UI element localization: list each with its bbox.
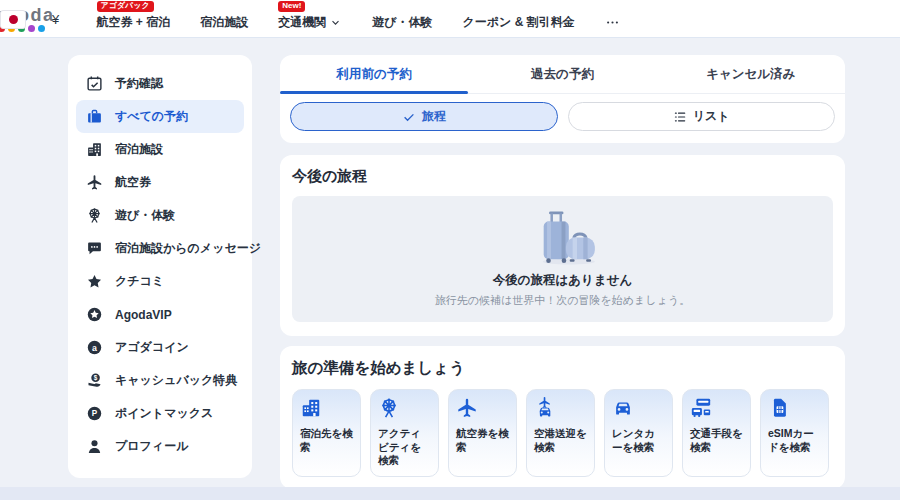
prepare-card-transfer[interactable]: 空港送迎を検索	[526, 389, 595, 477]
plane-icon	[456, 397, 478, 419]
sidebar-item-pointmax[interactable]: Pポイントマックス	[76, 397, 244, 430]
svg-text:$: $	[94, 374, 98, 382]
bookings-tab-card: 利用前の予約過去の予約キャンセル済み 旅程リスト	[280, 55, 845, 143]
coin-a-icon: a	[86, 339, 103, 356]
sidebar-item-label: ポイントマックス	[115, 405, 213, 422]
sidebar-item-profile[interactable]: プロフィール	[76, 430, 244, 463]
view-toggle-list[interactable]: リスト	[568, 102, 836, 131]
transfer-icon	[534, 397, 556, 419]
sidebar-item-hotel[interactable]: 宿泊施設	[76, 133, 244, 166]
prepare-card-transit[interactable]: 交通手段を検索	[682, 389, 751, 477]
top-header: agoda アゴダパック航空券 + 宿泊宿泊施設New!交通機関遊び・体験クーポ…	[0, 0, 900, 38]
sidebar-item-label: 航空券	[115, 174, 151, 191]
nav-item-flight-hotel[interactable]: アゴダパック航空券 + 宿泊	[97, 14, 171, 31]
prepare-card-label: 航空券を検索	[456, 427, 509, 454]
sidebar-item-briefcase[interactable]: すべての予約	[76, 100, 244, 133]
prepare-card-esim[interactable]: eSIMカードを検索	[760, 389, 829, 477]
ferris-wheel-icon	[86, 207, 103, 224]
cashback-icon: $	[86, 372, 103, 389]
sidebar-item-label: 予約確認	[115, 75, 163, 92]
svg-text:a: a	[92, 343, 97, 353]
prepare-card-ferris-wheel[interactable]: アクティビティを検索	[370, 389, 439, 477]
nav-item-transport[interactable]: New!交通機関	[278, 14, 342, 31]
empty-state-title: 今後の旅程はありません	[493, 272, 633, 289]
sidebar-item-message[interactable]: 宿泊施設からのメッセージ	[76, 232, 244, 265]
view-toggle-label: 旅程	[422, 108, 446, 125]
car-icon	[612, 397, 634, 419]
plane-icon	[86, 174, 103, 191]
nav-item-activities[interactable]: 遊び・体験	[372, 14, 432, 31]
chevron-down-icon	[329, 16, 342, 29]
booking-status-tabs: 利用前の予約過去の予約キャンセル済み	[280, 55, 845, 94]
more-dots-icon	[605, 15, 620, 30]
sidebar-item-label: プロフィール	[115, 438, 188, 455]
sidebar-item-label: 宿泊施設からのメッセージ	[115, 240, 261, 257]
prepare-card-hotel[interactable]: 宿泊先を検索	[292, 389, 361, 477]
header-locale-group: ¥	[0, 0, 59, 38]
sidebar-item-ferris-wheel[interactable]: 遊び・体験	[76, 199, 244, 232]
sidebar-item-vip[interactable]: AgodaVIP	[76, 298, 244, 331]
main-content: 利用前の予約過去の予約キャンセル済み 旅程リスト 今後の旅程	[280, 55, 845, 489]
nav-item-label: 交通機関	[278, 14, 326, 31]
sidebar-item-label: アゴダコイン	[115, 339, 189, 356]
star-icon	[86, 273, 103, 290]
view-toggle: 旅程リスト	[280, 94, 845, 143]
language-flag-button[interactable]	[0, 10, 26, 29]
prepare-cards-row: 宿泊先を検索アクティビティを検索航空券を検索空港送迎を検索レンタカーを検索交通手…	[292, 389, 833, 477]
calendar-check-icon	[86, 75, 103, 92]
view-toggle-itinerary[interactable]: 旅程	[290, 102, 558, 131]
nav-badge: アゴダパック	[97, 1, 154, 12]
pointmax-icon: P	[86, 405, 103, 422]
vip-icon	[86, 306, 103, 323]
trip-prepare-card: 旅の準備を始めましょう 宿泊先を検索アクティビティを検索航空券を検索空港送迎を検…	[280, 346, 845, 489]
prepare-card-label: 交通手段を検索	[690, 427, 743, 454]
japan-flag-icon	[9, 15, 18, 24]
sidebar-item-label: クチコミ	[115, 273, 164, 290]
prepare-card-plane[interactable]: 航空券を検索	[448, 389, 517, 477]
sidebar-item-label: 遊び・体験	[115, 207, 175, 224]
prepare-card-label: アクティビティを検索	[378, 427, 431, 468]
sidebar-item-label: すべての予約	[115, 108, 188, 125]
sidebar-item-label: キャッシュバック特典	[115, 372, 237, 389]
list-icon	[673, 110, 687, 124]
nav-item-more[interactable]	[605, 15, 620, 30]
tab-1[interactable]: 過去の予約	[468, 55, 656, 93]
nav-item-label: クーポン & 割引料金	[462, 14, 574, 31]
view-toggle-label: リスト	[693, 108, 730, 125]
sidebar-item-coin-a[interactable]: aアゴダコイン	[76, 331, 244, 364]
profile-icon	[86, 438, 103, 455]
transit-icon	[690, 397, 712, 419]
ferris-wheel-icon	[378, 397, 400, 419]
prepare-card-car[interactable]: レンタカーを検索	[604, 389, 673, 477]
check-icon	[402, 110, 416, 124]
sidebar-item-star[interactable]: クチコミ	[76, 265, 244, 298]
prepare-card-label: eSIMカードを検索	[768, 427, 821, 454]
sidebar-item-plane[interactable]: 航空券	[76, 166, 244, 199]
sidebar-item-label: AgodaVIP	[115, 308, 172, 322]
svg-text:P: P	[92, 409, 98, 418]
sidebar-item-cashback[interactable]: $キャッシュバック特典	[76, 364, 244, 397]
nav-item-label: 航空券 + 宿泊	[97, 14, 171, 31]
luggage-illustration	[526, 210, 600, 266]
bookings-sidebar: 予約確認すべての予約宿泊施設航空券遊び・体験宿泊施設からのメッセージクチコミAg…	[68, 55, 252, 478]
tab-0[interactable]: 利用前の予約	[280, 55, 468, 93]
empty-state-subtitle: 旅行先の候補は世界中！次の冒険を始めましょう。	[435, 293, 690, 308]
briefcase-icon	[86, 108, 103, 125]
prepare-card-label: レンタカーを検索	[612, 427, 665, 454]
nav-item-label: 遊び・体験	[372, 14, 432, 31]
hotel-icon	[86, 141, 103, 158]
upcoming-trips-card: 今後の旅程	[280, 155, 845, 336]
trip-prepare-title: 旅の準備を始めましょう	[292, 358, 833, 379]
currency-button[interactable]: ¥	[52, 12, 59, 27]
upcoming-trips-title: 今後の旅程	[292, 167, 833, 186]
message-icon	[86, 240, 103, 257]
nav-item-coupons[interactable]: クーポン & 割引料金	[462, 14, 574, 31]
esim-icon	[768, 397, 790, 419]
nav-item-hotels[interactable]: 宿泊施設	[200, 14, 248, 31]
sidebar-item-calendar-check[interactable]: 予約確認	[76, 67, 244, 100]
tab-2[interactable]: キャンセル済み	[657, 55, 845, 93]
footer-strip	[0, 487, 900, 500]
prepare-card-label: 宿泊先を検索	[300, 427, 353, 454]
prepare-card-label: 空港送迎を検索	[534, 427, 587, 454]
nav-badge: New!	[278, 1, 305, 12]
